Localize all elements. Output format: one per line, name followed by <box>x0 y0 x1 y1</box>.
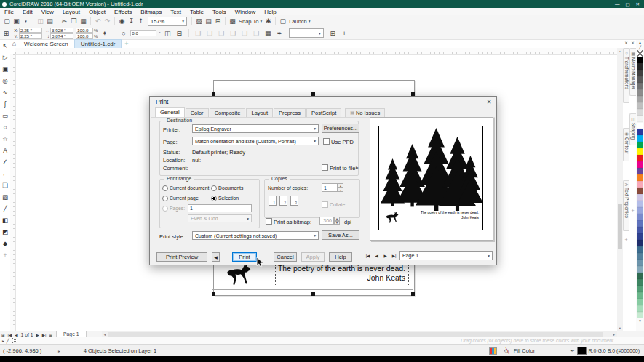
menu-help[interactable]: Help <box>260 9 280 15</box>
scale-y-field[interactable] <box>76 33 93 39</box>
lock-ratio-icon[interactable]: ✦ <box>100 28 109 38</box>
current-document-radio[interactable] <box>162 185 168 191</box>
show-rulers-icon[interactable]: ▤ <box>204 17 213 26</box>
palette-swatch[interactable] <box>637 181 643 188</box>
palette-swatch[interactable] <box>637 220 643 227</box>
palette-swatch[interactable] <box>637 76 643 83</box>
export-icon[interactable]: ↥ <box>136 17 146 26</box>
docker-tab-text-properties[interactable]: A Text Properties <box>623 180 629 231</box>
help-button[interactable]: Help <box>329 252 352 262</box>
text-tool[interactable]: A <box>1 145 10 156</box>
pick-tool[interactable]: ↖ <box>1 40 10 52</box>
palette-swatch[interactable] <box>637 57 643 63</box>
menu-layout[interactable]: Layout <box>58 9 84 15</box>
palette-swatch[interactable] <box>637 312 643 318</box>
documents-radio[interactable] <box>211 185 217 191</box>
print-icon[interactable]: ▤ <box>45 17 55 26</box>
snap-icon[interactable]: ▩ <box>228 17 237 26</box>
docker-tab-contour[interactable]: ◉ Contour <box>623 128 629 161</box>
shape-tool[interactable]: ▷ <box>1 52 10 63</box>
rotation-angle-field[interactable] <box>130 30 156 36</box>
palette-swatch[interactable] <box>637 201 643 207</box>
tab-general[interactable]: General <box>155 107 185 117</box>
pages-field[interactable] <box>188 204 252 212</box>
undo-icon[interactable]: ↶ <box>93 17 103 26</box>
palette-scroll-down-icon[interactable]: ▾ <box>639 318 641 323</box>
save-icon[interactable]: ◫ <box>36 17 45 26</box>
combine-icon[interactable]: ▦ <box>263 28 273 38</box>
import-icon[interactable]: ↧ <box>127 17 136 26</box>
selection-handle[interactable] <box>212 292 215 296</box>
print-to-file-flyout-icon[interactable]: ▸ <box>356 164 359 171</box>
no-color-swatch[interactable] <box>637 50 643 57</box>
interactive-fill-tool[interactable]: ◧ <box>1 214 10 226</box>
ellipse-tool[interactable]: ○ <box>1 121 10 133</box>
add-docker-icon[interactable]: + <box>623 237 629 242</box>
horizontal-scroll-thumb[interactable] <box>108 332 603 337</box>
dpi-spinner[interactable]: ▴ ▾ <box>334 217 340 225</box>
palette-swatch[interactable] <box>637 207 643 214</box>
search-content-icon[interactable]: ◉ <box>117 17 127 26</box>
palette-swatch[interactable] <box>637 188 643 194</box>
menu-edit[interactable]: Edit <box>18 9 37 15</box>
palette-swatch[interactable] <box>637 246 643 253</box>
no-color-swatch[interactable] <box>12 338 17 343</box>
redo-icon[interactable]: ↷ <box>103 17 112 26</box>
fullscreen-preview-icon[interactable]: ▧ <box>194 17 204 26</box>
docker-tab-shaping[interactable]: ◫ Shaping <box>629 113 636 145</box>
palette-swatch[interactable] <box>637 273 643 279</box>
polygon-tool[interactable]: ☆ <box>1 133 10 145</box>
palette-swatch[interactable] <box>637 102 643 109</box>
cut-icon[interactable]: ✂ <box>60 17 69 26</box>
scroll-down-icon[interactable]: ▾ <box>617 325 623 331</box>
palette-swatch[interactable] <box>637 286 643 292</box>
preferences-button[interactable]: Preferences... <box>322 124 359 133</box>
palette-swatch[interactable] <box>637 142 643 148</box>
last-page-icon[interactable]: ▶| <box>390 252 398 260</box>
status-flyout-icon[interactable]: ▸ <box>55 349 63 353</box>
palette-swatch[interactable] <box>637 148 643 155</box>
tab-color[interactable]: Color <box>186 108 209 117</box>
freehand-tool[interactable]: ∿ <box>1 87 10 98</box>
flyout-icon[interactable]: ▸ <box>0 339 7 343</box>
launch-dropdown[interactable]: Launch ▾ <box>289 18 310 25</box>
dimension-tool[interactable]: ∠ <box>1 156 10 168</box>
wrap-text-icon[interactable]: ⊞ <box>328 28 338 38</box>
object-height-field[interactable] <box>50 33 73 39</box>
add-docker-icon[interactable]: + <box>629 208 636 213</box>
tab-layout[interactable]: Layout <box>246 108 273 117</box>
palette-swatch[interactable] <box>637 168 643 174</box>
palette-swatch[interactable] <box>637 240 643 246</box>
outline-width-select[interactable]: ▾ <box>289 28 324 38</box>
canvas-vertical-scrollbar[interactable]: ▴ ▾ <box>617 48 623 331</box>
palette-swatch[interactable] <box>637 266 643 273</box>
docker-close-icon[interactable]: ✕ <box>623 41 629 45</box>
palette-swatch[interactable] <box>637 116 643 122</box>
close-window-button[interactable]: ✕ <box>636 1 640 7</box>
smart-fill-tool[interactable]: ◩ <box>1 226 10 238</box>
docker-tab-transformations[interactable]: ○ Transformations <box>623 48 629 103</box>
transparency-tool[interactable]: ▨ <box>1 191 10 203</box>
y-position-field[interactable] <box>19 33 42 39</box>
palette-swatch[interactable] <box>637 227 643 233</box>
pages-radio[interactable] <box>162 206 168 212</box>
selection-handle[interactable] <box>411 292 415 296</box>
rectangle-tool[interactable]: ▭ <box>1 110 10 121</box>
crop-tool[interactable]: ▣ <box>1 63 10 75</box>
tab-composite[interactable]: Composite <box>210 108 246 117</box>
palette-swatch[interactable] <box>637 155 643 161</box>
copies-field[interactable] <box>322 183 338 192</box>
palette-swatch[interactable] <box>637 305 643 312</box>
snap-to-dropdown[interactable]: Snap To ▾ <box>239 18 262 25</box>
next-page-icon[interactable]: ▶ <box>35 333 41 337</box>
tab-prepress[interactable]: Prepress <box>274 108 306 117</box>
palette-swatch[interactable] <box>637 83 643 89</box>
options-gear-icon[interactable]: ✱ <box>263 17 273 26</box>
palette-swatch[interactable] <box>637 292 643 299</box>
minimize-button[interactable]: — <box>615 1 620 7</box>
use-ppd-checkbox[interactable] <box>323 138 330 145</box>
print-preview-button[interactable]: Print Preview <box>156 252 207 262</box>
palette-swatch[interactable] <box>637 96 643 102</box>
preview-page-select[interactable]: Page 1 ▾ <box>399 251 493 260</box>
canvas-horizontal-scrollbar[interactable]: ◂ ▸ <box>102 331 617 337</box>
